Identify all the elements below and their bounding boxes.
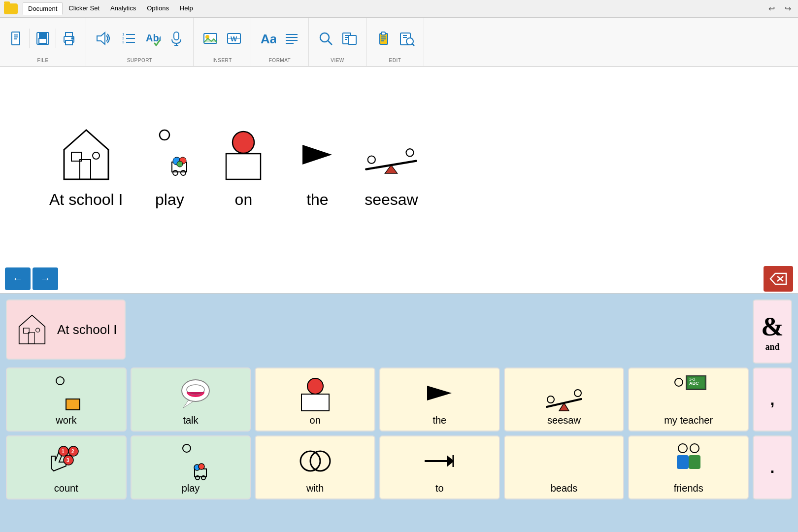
paste-button[interactable]	[372, 29, 394, 48]
svg-line-103	[68, 383, 77, 390]
pic-the-cell	[420, 373, 459, 413]
svg-text:Aa: Aa	[261, 32, 276, 46]
svg-rect-34	[348, 35, 356, 44]
svg-marker-72	[302, 145, 332, 165]
pic-talk	[171, 373, 210, 413]
cell-friends-label: friends	[674, 483, 703, 494]
delete-button[interactable]	[764, 266, 793, 292]
cell-play[interactable]: play	[131, 435, 251, 499]
ribbon-insert-group: W INSERT	[194, 18, 251, 66]
view-group-label: VIEW	[331, 58, 344, 63]
nav-bar: ← →	[0, 264, 798, 294]
ribbon-edit-group: EDIT	[366, 18, 424, 66]
menu-analytics[interactable]: Analytics	[105, 2, 141, 15]
svg-rect-8	[66, 40, 72, 45]
svg-rect-155	[677, 455, 689, 469]
window-controls: ↩ ↪	[765, 3, 794, 14]
svg-point-64	[173, 170, 178, 175]
ampersand-cell[interactable]: & and	[753, 299, 792, 364]
menu-help[interactable]: Help	[175, 2, 198, 15]
undo-button[interactable]: ↩	[765, 3, 778, 14]
cell-on[interactable]: on	[255, 367, 375, 432]
svg-point-31	[320, 33, 329, 42]
cell-count[interactable]: 1 2 3 count	[6, 435, 127, 499]
svg-rect-49	[80, 160, 91, 179]
file-group-label: FILE	[37, 58, 48, 63]
zoom-button[interactable]	[338, 29, 360, 48]
cell-my-teacher[interactable]: ABC 1+2= my teach	[628, 367, 749, 432]
insert-picture-button[interactable]	[200, 29, 221, 48]
ampersand-symbol: &	[761, 311, 784, 342]
forward-button[interactable]: →	[33, 267, 58, 290]
spellcheck-button[interactable]: Abc	[142, 29, 164, 48]
cell-the-label: the	[432, 415, 446, 426]
svg-line-142	[187, 465, 192, 473]
svg-rect-71	[226, 154, 261, 179]
cell-period[interactable]: .	[753, 435, 792, 499]
find-button[interactable]	[396, 29, 418, 48]
svg-point-22	[206, 35, 209, 38]
ribbon-format-group: Aa FORMAT	[251, 18, 309, 66]
document-area: At school I	[0, 67, 798, 264]
menu-document[interactable]: Document	[23, 2, 63, 15]
back-button[interactable]: ←	[5, 267, 31, 290]
cell-teacher-label: my teacher	[664, 415, 713, 426]
cell-work[interactable]: work	[6, 367, 127, 432]
cell-friends[interactable]: friends	[628, 435, 749, 499]
svg-text:ABC: ABC	[689, 381, 699, 386]
menu-options[interactable]: Options	[142, 2, 174, 15]
format-paragraph-button[interactable]	[281, 29, 302, 48]
svg-marker-10	[97, 33, 105, 44]
ribbon-view-group: VIEW	[309, 18, 366, 66]
search-button[interactable]	[315, 29, 336, 48]
cell-comma[interactable]: ,	[753, 367, 792, 432]
svg-point-158	[690, 444, 699, 453]
word-card-school: At school I	[49, 123, 123, 209]
cell-with[interactable]: with	[255, 435, 375, 499]
current-cell[interactable]: At school I	[6, 299, 126, 360]
svg-rect-18	[174, 32, 179, 40]
svg-point-53	[93, 152, 100, 159]
svg-point-154	[678, 444, 687, 453]
svg-point-117	[574, 390, 581, 397]
svg-line-160	[692, 469, 695, 479]
svg-text:2: 2	[71, 449, 74, 454]
save-button[interactable]	[32, 29, 54, 48]
svg-line-157	[683, 469, 686, 479]
format-text-button[interactable]: Aa	[257, 29, 279, 48]
new-doc-button[interactable]	[6, 29, 28, 48]
print-button[interactable]	[58, 29, 80, 48]
word-list-button[interactable]: 1 2 3	[118, 29, 140, 48]
svg-point-65	[181, 170, 186, 175]
pic-seesaw-cell	[544, 373, 584, 413]
svg-marker-85	[770, 273, 786, 284]
svg-point-126	[675, 378, 683, 386]
cell-seesaw-label: seesaw	[547, 415, 581, 426]
cell-to[interactable]: to	[379, 435, 500, 499]
svg-text:W: W	[231, 35, 237, 43]
svg-line-32	[328, 41, 332, 45]
speech-button[interactable]	[92, 29, 114, 48]
insert-symbol-button[interactable]: W	[223, 29, 245, 48]
format-group-label: FORMAT	[269, 58, 291, 63]
svg-point-77	[406, 149, 414, 156]
pic-with	[296, 441, 335, 481]
pic-the	[290, 123, 344, 187]
microphone-button[interactable]	[166, 29, 187, 48]
svg-line-156	[680, 469, 683, 479]
and-label: and	[765, 342, 779, 352]
cell-beads[interactable]: beads	[504, 435, 625, 499]
svg-rect-89	[28, 332, 34, 344]
cell-talk[interactable]: talk	[131, 367, 251, 432]
cell-seesaw[interactable]: seesaw	[504, 367, 625, 432]
menu-clicker-set[interactable]: Clicker Set	[64, 2, 104, 15]
pic-seesaw	[364, 123, 418, 187]
svg-line-102	[60, 397, 65, 405]
pic-to	[420, 441, 459, 481]
svg-line-45	[412, 43, 414, 46]
svg-line-129	[675, 399, 679, 407]
cell-the[interactable]: the	[379, 367, 500, 432]
cell-talk-label: talk	[183, 415, 198, 426]
cell-play-label: play	[182, 483, 200, 494]
redo-button[interactable]: ↪	[782, 3, 794, 14]
